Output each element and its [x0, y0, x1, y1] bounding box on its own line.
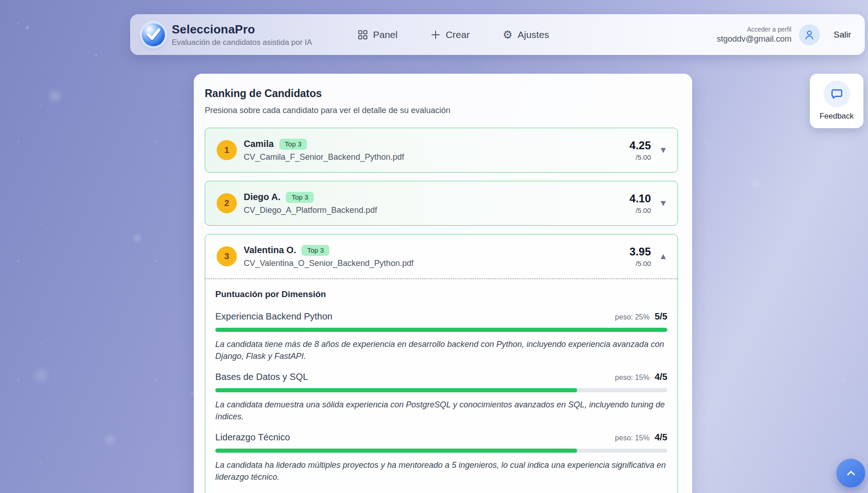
dimension-list: Experiencia Backend Python peso: 25% 5/5…: [215, 311, 667, 493]
top3-badge: Top 3: [286, 192, 314, 203]
user-email: stgoddv@gmail.com: [717, 34, 792, 44]
dimension-progress-track: [215, 328, 667, 332]
profile-hint: Acceder a perfil: [717, 26, 792, 33]
score-max: /5.00: [629, 153, 651, 161]
score-box: 3.95 /5.00: [629, 245, 651, 267]
brand[interactable]: SeleccionaPro Evaluación de candidatos a…: [142, 22, 312, 47]
feedback-label: Feedback: [810, 112, 863, 121]
nav-label-crear: Crear: [446, 29, 470, 40]
profile-link[interactable]: Acceder a perfil stgoddv@gmail.com: [717, 26, 792, 44]
feedback-icon-circle: [824, 81, 850, 107]
candidate-name: Diego A.: [244, 192, 280, 202]
nav-label-ajustes: Ajustes: [518, 29, 549, 40]
page-title: Ranking de Candidatos: [205, 87, 678, 100]
nav-label-panel: Panel: [373, 29, 398, 40]
dimension-progress-fill: [215, 449, 577, 453]
candidate-name: Valentina O.: [244, 245, 296, 255]
candidate-detail: Puntuación por Dimensión Experiencia Bac…: [205, 278, 677, 493]
score-value: 4.10: [629, 192, 651, 205]
dimension-score: 5/5: [655, 311, 667, 322]
candidate-row[interactable]: 3 Valentina O. Top 3 CV_Valentina_O_Seni…: [205, 234, 677, 278]
grid-icon: [358, 30, 368, 40]
scroll-top-button[interactable]: [836, 459, 865, 488]
avatar[interactable]: [799, 24, 820, 45]
detail-heading: Puntuación por Dimensión: [215, 289, 667, 299]
dimension-progress-fill: [215, 328, 667, 332]
score-value: 3.95: [629, 245, 651, 258]
dimension-description: La candidata demuestra una sólida experi…: [215, 399, 667, 423]
main-nav: Panel Crear ⚙ Ajustes: [358, 29, 549, 40]
score-max: /5.00: [629, 260, 651, 267]
dimension-score: 4/5: [655, 372, 667, 382]
app-title: SeleccionaPro: [172, 22, 312, 37]
dimension-block: Liderazgo Técnico peso: 15% 4/5 La candi…: [215, 432, 667, 483]
desktop-background: { "app": { "name": "SeleccionaPro", "tag…: [0, 0, 868, 493]
dimension-weight: peso: 15%: [615, 374, 650, 382]
page-subtitle: Presiona sobre cada candidato para ver e…: [205, 106, 678, 115]
dimension-progress-track: [215, 449, 667, 453]
score-max: /5.00: [629, 206, 651, 214]
dimension-weight: peso: 25%: [615, 313, 650, 321]
candidate-card[interactable]: 2 Diego A. Top 3 CV_Diego_A_Platform_Bac…: [205, 181, 678, 226]
dimension-weight: peso: 15%: [615, 434, 650, 442]
dimension-description: La candidata ha liderado múltiples proye…: [215, 459, 667, 483]
rank-badge: 1: [217, 140, 237, 160]
app-header: SeleccionaPro Evaluación de candidatos a…: [130, 14, 865, 55]
expand-caret-icon[interactable]: ▲: [658, 251, 668, 261]
candidate-card[interactable]: 1 Camila Top 3 CV_Camila_F_Senior_Backen…: [205, 128, 678, 173]
person-icon: [803, 28, 816, 41]
rank-badge: 2: [217, 193, 237, 213]
candidate-card[interactable]: 3 Valentina O. Top 3 CV_Valentina_O_Seni…: [205, 234, 678, 493]
chevron-up-icon: [845, 467, 857, 479]
app-tagline: Evaluación de candidatos asistida por IA: [172, 38, 312, 47]
user-area: Acceder a perfil stgoddv@gmail.com Salir: [717, 24, 851, 45]
rank-badge: 3: [217, 246, 237, 266]
candidate-info: Valentina O. Top 3 CV_Valentina_O_Senior…: [244, 245, 414, 268]
candidate-row[interactable]: 1 Camila Top 3 CV_Camila_F_Senior_Backen…: [205, 128, 677, 172]
score-box: 4.10 /5.00: [629, 192, 651, 214]
expand-caret-icon[interactable]: ▼: [658, 198, 668, 208]
brand-text: SeleccionaPro Evaluación de candidatos a…: [172, 22, 312, 47]
dimension-score: 4/5: [655, 432, 667, 443]
app-logo-check-icon: [142, 23, 165, 46]
nav-item-crear[interactable]: Crear: [431, 29, 470, 40]
nav-item-panel[interactable]: Panel: [358, 29, 398, 40]
candidate-row[interactable]: 2 Diego A. Top 3 CV_Diego_A_Platform_Bac…: [205, 181, 677, 225]
dimension-name: Bases de Datos y SQL: [215, 372, 308, 382]
candidate-cv-filename: CV_Valentina_O_Senior_Backend_Python.pdf: [244, 259, 414, 268]
plus-icon: [431, 30, 441, 40]
ranking-panel: Ranking de Candidatos Presiona sobre cad…: [194, 74, 692, 493]
nav-item-ajustes[interactable]: ⚙ Ajustes: [502, 29, 549, 40]
candidate-name: Camila: [244, 139, 274, 149]
feedback-button[interactable]: Feedback: [810, 74, 863, 128]
dimension-description: La candidata tiene más de 8 años de expe…: [215, 338, 667, 362]
logout-button[interactable]: Salir: [834, 30, 851, 40]
dimension-block: Experiencia Backend Python peso: 25% 5/5…: [215, 311, 667, 362]
top3-badge: Top 3: [301, 245, 329, 256]
candidate-cv-filename: CV_Camila_F_Senior_Backend_Python.pdf: [244, 152, 404, 162]
chat-bubble-icon: [830, 87, 844, 101]
dimension-name: Experiencia Backend Python: [215, 311, 333, 322]
candidate-list: 1 Camila Top 3 CV_Camila_F_Senior_Backen…: [205, 128, 678, 493]
candidate-cv-filename: CV_Diego_A_Platform_Backend.pdf: [244, 206, 377, 215]
score-box: 4.25 /5.00: [629, 139, 651, 161]
candidate-info: Diego A. Top 3 CV_Diego_A_Platform_Backe…: [244, 192, 377, 215]
expand-caret-icon[interactable]: ▼: [658, 145, 668, 155]
gear-icon: ⚙: [502, 29, 513, 40]
score-value: 4.25: [629, 139, 651, 152]
dimension-progress-track: [215, 388, 667, 392]
dimension-progress-fill: [215, 388, 577, 392]
dimension-block: Bases de Datos y SQL peso: 15% 4/5 La ca…: [215, 372, 667, 423]
top3-badge: Top 3: [279, 139, 307, 150]
dimension-name: Liderazgo Técnico: [215, 432, 290, 443]
candidate-info: Camila Top 3 CV_Camila_F_Senior_Backend_…: [244, 139, 404, 162]
